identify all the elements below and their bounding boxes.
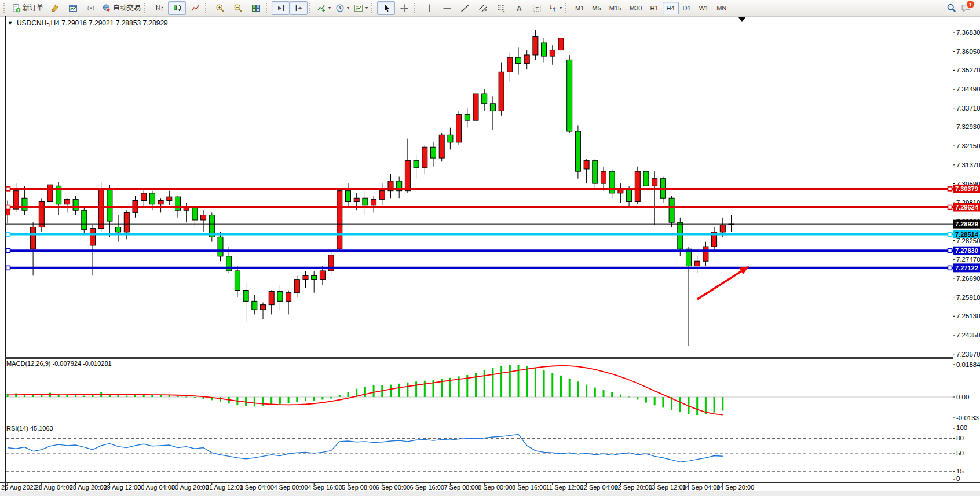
bars-icon [155,3,164,13]
toolbar-group [150,0,204,16]
time-tick-label: 4 Sep 00:00 [273,484,308,491]
window-borders [0,16,980,496]
time-tick-label: 8 Sep 00:00 [478,484,512,491]
symbol-dropdown-caret[interactable]: ▼ [8,20,13,26]
signals-button[interactable] [82,1,100,15]
zoom-out-button[interactable] [229,1,247,15]
time-tick-label: 30 Aug 20:00 [171,484,209,491]
time-tick-label: 14 Sep 04:00 [682,484,720,491]
timeframe-mn-button[interactable]: MN [712,2,730,14]
tline-icon [460,3,470,13]
toolbar-grip[interactable] [266,3,269,13]
periods-button[interactable]: ▾ [333,1,352,15]
notification-badge: 1 [966,0,975,9]
timeframe-h1-button[interactable]: H1 [646,2,662,14]
chart-window-button[interactable] [64,1,82,15]
price-tick-label: 7.31370 [956,161,980,168]
price-tag-label: 7.29624 [955,204,979,211]
time-tick-label: 11 Sep 12:00 [546,484,584,491]
line-chart-mode-button[interactable] [186,1,204,15]
toolbar-group [211,0,265,16]
timeframe-group: M1M5M15M30H1H4D1W1MN [571,0,730,16]
time-tick-label: 12 Sep 20:00 [614,484,652,491]
rsi-tick-label: 0 [956,475,960,482]
candlestick-chart-mode-button[interactable] [168,1,186,15]
horizontal-line-button[interactable] [438,1,456,15]
text-a-icon: A [514,3,524,13]
chart-canvas[interactable]: 7.368307.360507.352707.344907.337107.329… [0,16,980,496]
crosshair-button[interactable] [395,1,413,15]
time-tick-label: 6 Sep 00:00 [376,484,410,491]
toolbar-grip[interactable] [414,3,418,13]
equidistant-channel-button[interactable]: E [474,1,492,15]
tiles-icon [251,3,261,13]
macd-tick-label: 0.00 [956,394,969,401]
arrows-icon [548,3,557,13]
rsi-tick-label: 100 [956,424,967,431]
cursor-button[interactable] [377,1,395,15]
price-tick-label: 7.26690 [956,275,980,282]
toolbar-grip[interactable] [309,3,312,13]
notifications-button[interactable]: 1 [961,3,971,13]
vertical-line-button[interactable] [420,1,438,15]
tile-windows-button[interactable] [247,1,265,15]
time-tick-label: 30 Aug 04:00 [137,484,175,491]
vline-icon [425,3,434,13]
toolbar-grip[interactable] [371,3,375,13]
price-tick-label: 7.25910 [956,294,980,301]
toolbar-group [272,0,308,16]
fibonacci-retracement-button[interactable]: F [492,1,510,15]
zoom-in-button[interactable] [211,1,229,15]
price-tick-label: 7.36830 [956,29,980,36]
text-label-button[interactable]: T [528,1,546,15]
chevron-down-icon: ▾ [365,5,368,10]
macd-tick-label: -0.0133 [956,414,979,421]
toolbar-grip[interactable] [565,3,569,13]
toolbar-grip[interactable] [144,3,148,13]
time-tick-label: 8 Sep 16:00 [512,484,546,491]
time-tick-label: 25 Aug 2023 [1,484,37,491]
auto-trading-button[interactable]: 自动交易 [100,1,143,15]
search-button[interactable] [946,3,956,13]
clock-icon [335,3,345,13]
zoom-out-icon [233,3,243,13]
crosshair-icon [400,3,409,13]
new-order-button[interactable]: 新订单 [9,1,46,15]
auto-trading-label: 自动交易 [113,3,141,13]
rsi-tick-label: 50 [956,450,964,457]
timeframe-m15-button[interactable]: M15 [605,2,626,14]
new-order-label: 新订单 [23,3,43,13]
toolbar-grip[interactable] [205,3,209,13]
toolbar: 新订单自动交易▾▾▾EFAT▾M1M5M15M30H1H4D1W1MN1 [0,0,980,16]
chart-shift-icon [294,3,303,13]
time-tick-label: 12 Sep 04:00 [580,484,618,491]
timeframe-m1-button[interactable]: M1 [571,2,588,14]
toolbar-grip[interactable] [3,3,7,13]
toolbar-group: EFAT▾ [420,0,564,16]
timeframe-m30-button[interactable]: M30 [626,2,646,14]
time-tick-label: 28 Aug 20:00 [70,484,107,491]
indicators-icon [317,3,326,13]
text-button[interactable]: A [510,1,528,15]
auto-scroll-button[interactable] [272,1,290,15]
timeframe-m5-button[interactable]: M5 [588,2,605,14]
time-tick-label: 29 Aug 12:00 [103,484,141,491]
toolbar-group [377,0,413,16]
chart-shift-button[interactable] [290,1,308,15]
timeframe-h4-button[interactable]: H4 [663,2,679,14]
timeframe-w1-button[interactable]: W1 [695,2,713,14]
doc-plus-icon [12,3,21,13]
time-axis[interactable]: 25 Aug 202328 Aug 04:0028 Aug 20:0029 Au… [1,483,754,491]
bar-chart-mode-button[interactable] [150,1,168,15]
trendline-button[interactable] [456,1,474,15]
rsi-indicator-label: RSI(14) 45.1063 [6,425,53,432]
indicators-button[interactable]: ▾ [315,1,333,15]
timeframe-d1-button[interactable]: D1 [679,2,695,14]
arrows-button[interactable]: ▾ [546,1,564,15]
label-t-icon: T [532,3,542,13]
time-tick-label: 28 Aug 04:00 [35,484,73,491]
templates-button[interactable]: ▾ [352,1,370,15]
objects-brush-button[interactable] [46,1,64,15]
time-tick-label: 31 Aug 12:00 [206,484,243,491]
price-tag-label: 7.30379 [955,185,978,192]
